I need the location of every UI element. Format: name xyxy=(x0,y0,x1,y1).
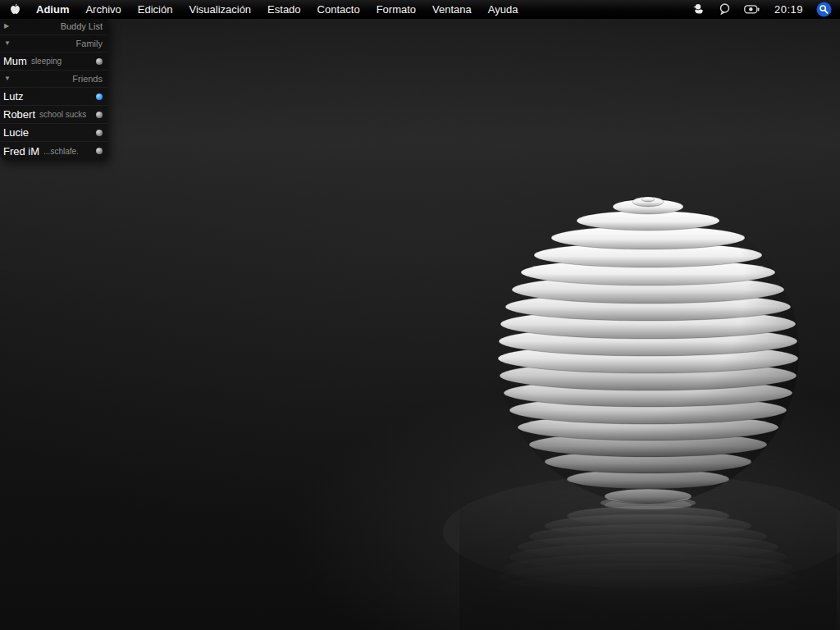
contact-row-fred[interactable]: Fred iM ...schlafe. xyxy=(0,142,107,160)
adium-duck-icon[interactable] xyxy=(687,0,710,18)
contact-name: Lutz xyxy=(3,90,24,103)
group-label: Family xyxy=(76,39,103,48)
floor-glow xyxy=(443,474,840,589)
contact-row-mum[interactable]: Mum sleeping xyxy=(0,52,107,71)
menu-bar: Adium Archivo Edición Visualización Esta… xyxy=(0,0,840,19)
contact-name: Fred iM xyxy=(3,145,39,158)
wallpaper-sphere xyxy=(0,0,840,630)
menu-item-ventana[interactable]: Ventana xyxy=(424,0,480,18)
presence-dot-away xyxy=(96,58,103,65)
menu-item-estado[interactable]: Estado xyxy=(259,0,308,18)
contact-status: sleeping xyxy=(31,57,96,66)
contact-name: Lucie xyxy=(3,126,29,139)
disclosure-down-icon[interactable]: ▼ xyxy=(4,40,12,47)
contact-row-robert[interactable]: Robert school sucks xyxy=(0,106,107,124)
buddy-list-header[interactable]: ▶ Buddy List xyxy=(0,18,107,35)
chat-bubble-icon[interactable] xyxy=(714,0,736,18)
contact-status: school sucks xyxy=(39,110,96,119)
presence-dot-away xyxy=(96,112,103,118)
presence-dot-away xyxy=(96,130,103,136)
presence-dot-away xyxy=(96,148,103,154)
contact-status: ...schlafe. xyxy=(43,147,96,156)
disc-sphere xyxy=(497,197,799,504)
buddy-list-window: ▶ Buddy List ▼ Family Mum sleeping ▼ Fri… xyxy=(0,18,107,160)
menu-item-formato[interactable]: Formato xyxy=(368,0,424,18)
menu-bar-clock[interactable]: 20:19 xyxy=(768,3,810,16)
menu-item-ayuda[interactable]: Ayuda xyxy=(480,0,527,18)
spotlight-icon[interactable] xyxy=(813,0,837,18)
menu-item-visualizacion[interactable]: Visualización xyxy=(180,0,259,18)
contact-row-lucie[interactable]: Lucie xyxy=(0,124,107,142)
menu-item-edicion[interactable]: Edición xyxy=(130,0,181,18)
contact-name: Robert xyxy=(3,108,35,121)
group-row-friends[interactable]: ▼ Friends xyxy=(0,71,107,88)
disclosure-down-icon[interactable]: ▼ xyxy=(4,75,12,82)
buddy-list-title: Buddy List xyxy=(61,21,103,31)
group-label: Friends xyxy=(72,74,103,84)
contact-row-lutz[interactable]: Lutz xyxy=(0,88,107,106)
apple-logo-icon xyxy=(10,3,21,16)
contact-name: Mum xyxy=(3,55,27,67)
menu-item-adium[interactable]: Adium xyxy=(28,0,77,18)
battery-icon[interactable] xyxy=(739,0,765,18)
menu-item-contacto[interactable]: Contacto xyxy=(309,0,368,18)
group-row-family[interactable]: ▼ Family xyxy=(0,35,107,52)
menu-item-archivo[interactable]: Archivo xyxy=(77,0,129,18)
presence-dot-online xyxy=(96,94,103,100)
apple-menu[interactable] xyxy=(0,0,28,18)
sphere-reflection xyxy=(459,492,837,630)
disclosure-right-icon[interactable]: ▶ xyxy=(4,23,12,30)
